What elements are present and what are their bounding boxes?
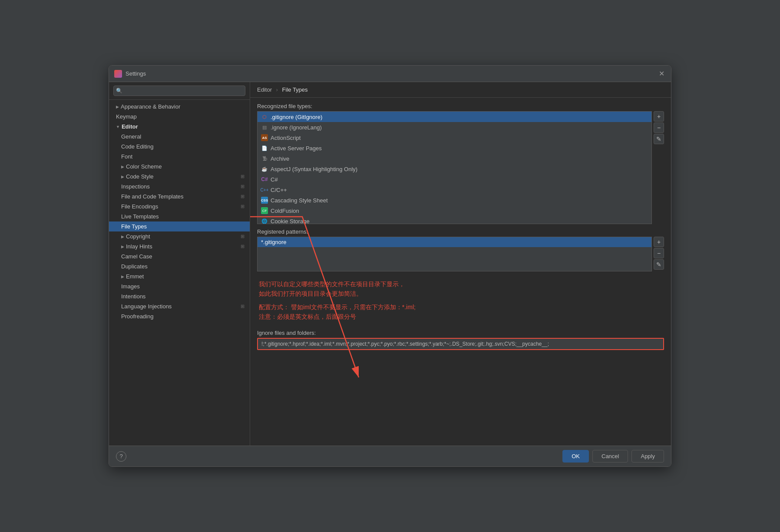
recognized-section: Recognized file types: ⬡ .gitignore (Git… [257,103,664,224]
sidebar-item-label: File Types [121,223,147,230]
list-item[interactable]: ⬡ .gitignore (GitIgnore) [258,112,651,122]
file-types-side-buttons: + − ✎ [652,111,664,224]
list-item[interactable]: 🗜 Archive [258,153,651,164]
chevron-right-icon: ▶ [121,235,124,239]
sidebar: 🔍 ▶ Appearance & Behavior Keymap ▼ Edito [109,82,250,446]
list-item[interactable]: CF ColdFusion [258,205,651,216]
apply-button[interactable]: Apply [631,450,664,463]
list-item-label: Cookie Storage [271,218,310,225]
sidebar-item-duplicates[interactable]: Duplicates [109,261,250,271]
ok-button[interactable]: OK [562,450,589,463]
list-item-label: Archive [271,155,289,162]
sidebar-item-inlay-hints[interactable]: ▶ Inlay Hints ⊞ [109,241,250,251]
asp-icon: 📄 [261,145,268,152]
remove-file-type-button[interactable]: − [654,122,664,133]
annotation-line1: 我们可以自定义哪些类型的文件不在项目目录下显示， [259,279,662,289]
list-item[interactable]: 📄 Active Server Pages [258,143,651,153]
search-icon: 🔍 [116,88,122,94]
sidebar-item-file-encodings[interactable]: File Encodings ⊞ [109,202,250,211]
annotation-box: 我们可以自定义哪些类型的文件不在项目目录下显示， 如此我们打开的项目目录会更加简… [257,276,664,325]
sidebar-item-keymap[interactable]: Keymap [109,112,250,122]
sidebar-item-general[interactable]: General [109,132,250,142]
sidebar-item-emmet[interactable]: ▶ Emmet [109,271,250,281]
add-file-type-button[interactable]: + [654,111,664,122]
sidebar-item-proofreading[interactable]: Proofreading [109,311,250,321]
git-icon: ⬡ [261,113,268,120]
sidebar-item-editor[interactable]: ▼ Editor [109,122,250,132]
patterns-list[interactable]: *.gitignore [257,237,652,271]
copy-badge: ⊞ [241,234,245,239]
add-pattern-button[interactable]: + [654,237,664,247]
sidebar-item-label: Color Scheme [126,163,162,170]
sidebar-item-label: Appearance & Behavior [121,103,180,110]
sidebar-item-inspections[interactable]: Inspections ⊞ [109,182,250,192]
list-item[interactable]: ☕ AspectJ (Syntax Highlighting Only) [258,164,651,174]
search-input[interactable] [113,86,245,96]
ignore-section: Ignore files and folders: [257,330,664,350]
list-item-label: ColdFusion [271,208,299,214]
copy-badge: ⊞ [241,304,245,309]
sidebar-item-copyright[interactable]: ▶ Copyright ⊞ [109,231,250,241]
sidebar-item-camel-case[interactable]: Camel Case [109,251,250,261]
pattern-item[interactable]: *.gitignore [258,237,651,247]
sidebar-item-label: Camel Case [121,253,152,260]
sidebar-item-color-scheme[interactable]: ▶ Color Scheme [109,162,250,172]
sidebar-item-images[interactable]: Images [109,281,250,291]
chevron-down-icon: ▼ [116,125,120,129]
sidebar-item-font[interactable]: Font [109,152,250,162]
list-item[interactable]: C++ C/C++ [258,185,651,195]
sidebar-item-file-types[interactable]: File Types [109,221,250,231]
copy-badge: ⊞ [241,184,245,189]
registered-section: Registered patterns: *.gitignore + − ✎ [257,228,664,271]
copy-badge: ⊞ [241,174,245,179]
sidebar-item-label: Copyright [126,233,150,240]
list-item-label: C/C++ [271,187,287,193]
ignore-icon: ▤ [261,124,268,131]
sidebar-item-code-editing[interactable]: Code Editing [109,142,250,152]
help-button[interactable]: ? [116,451,126,462]
sidebar-item-live-templates[interactable]: Live Templates [109,211,250,221]
main-panel: Recognized file types: ⬡ .gitignore (Git… [250,98,671,446]
sidebar-nav: ▶ Appearance & Behavior Keymap ▼ Editor … [109,100,250,446]
sidebar-item-file-code-templates[interactable]: File and Code Templates ⊞ [109,192,250,202]
sidebar-item-label: Code Editing [121,143,153,150]
sidebar-item-intentions[interactable]: Intentions [109,291,250,301]
ignore-input[interactable] [257,338,664,350]
sidebar-item-label: Intentions [121,293,145,300]
sidebar-item-label: Code Style [126,173,154,180]
list-item[interactable]: C# C# [258,174,651,185]
list-item[interactable]: 🌐 Cookie Storage [258,216,651,224]
registered-label: Registered patterns: [257,228,664,235]
copy-badge: ⊞ [241,204,245,209]
cookie-icon: 🌐 [261,218,268,224]
sidebar-item-code-style[interactable]: ▶ Code Style ⊞ [109,172,250,182]
copy-badge: ⊞ [241,244,245,249]
chevron-right-icon: ▶ [121,175,124,179]
chevron-right-icon: ▶ [121,165,124,169]
breadcrumb: Editor › File Types [250,82,671,98]
sidebar-item-language-injections[interactable]: Language Injections ⊞ [109,301,250,311]
list-item-label: AspectJ (Syntax Highlighting Only) [271,166,357,172]
coldfusion-icon: CF [261,207,268,214]
edit-pattern-button[interactable]: ✎ [654,259,664,270]
annotation-line4: 配置方式： 譬如iml文件不要显示，只需在下方添加：*.iml; [259,302,662,312]
cancel-button[interactable]: Cancel [592,450,628,463]
list-item-label: .ignore (IgnoreLang) [271,124,322,131]
edit-file-type-button[interactable]: ✎ [654,134,664,144]
content-area: 🔍 ▶ Appearance & Behavior Keymap ▼ Edito [109,82,671,446]
cpp-icon: C++ [261,186,268,193]
chevron-right-icon: ▶ [116,105,119,109]
app-icon [114,70,122,78]
list-item[interactable]: AS ActionScript [258,132,651,143]
sidebar-item-label: Proofreading [121,313,153,320]
list-item[interactable]: CSS Cascading Style Sheet [258,195,651,205]
copy-badge: ⊞ [241,194,245,199]
file-types-list[interactable]: ⬡ .gitignore (GitIgnore) ▤ .ignore (Igno… [257,111,652,224]
sidebar-item-appearance[interactable]: ▶ Appearance & Behavior [109,102,250,112]
sidebar-item-label: Keymap [116,113,137,120]
breadcrumb-parent: Editor [257,86,272,93]
close-button[interactable]: ✕ [657,69,666,78]
list-item[interactable]: ▤ .ignore (IgnoreLang) [258,122,651,132]
ignore-label: Ignore files and folders: [257,330,664,336]
remove-pattern-button[interactable]: − [654,248,664,258]
